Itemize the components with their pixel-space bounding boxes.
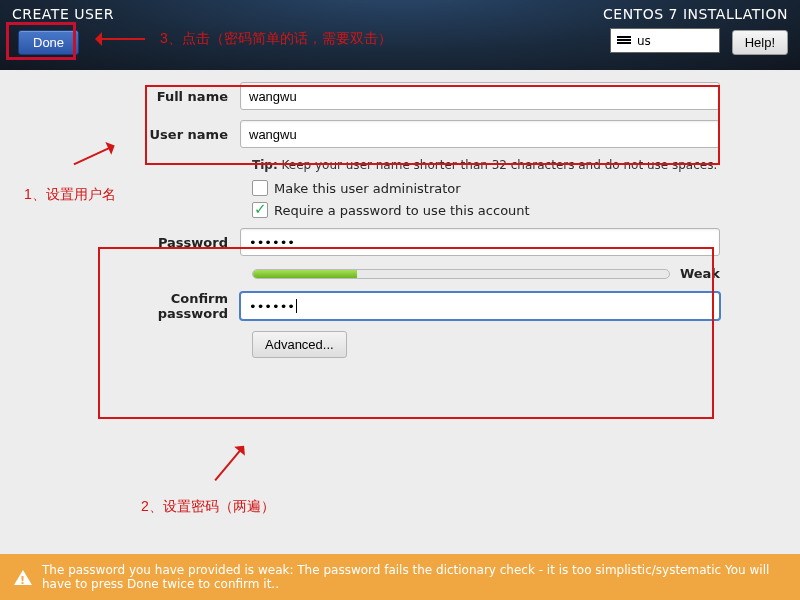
- warning-icon: [14, 561, 32, 585]
- make-admin-checkbox[interactable]: [252, 180, 268, 196]
- require-password-label: Require a password to use this account: [274, 203, 530, 218]
- make-admin-label: Make this user administrator: [274, 181, 461, 196]
- annotation-box-done: [6, 22, 76, 60]
- keyboard-icon: [617, 36, 631, 45]
- require-password-checkbox[interactable]: [252, 202, 268, 218]
- page-title: CREATE USER: [12, 6, 114, 22]
- installer-title: CENTOS 7 INSTALLATION: [603, 6, 788, 22]
- annotation-arrow-3: [100, 38, 145, 40]
- help-button[interactable]: Help!: [732, 30, 788, 55]
- annotation-text-3: 3、点击（密码简单的话，需要双击）: [160, 30, 392, 48]
- annotation-arrow-2: [214, 449, 241, 481]
- keyboard-layout-label: us: [637, 34, 651, 48]
- warning-bar: The password you have provided is weak: …: [0, 554, 800, 600]
- annotation-box-password: [98, 247, 714, 419]
- annotation-text-1: 1、设置用户名: [24, 186, 116, 204]
- annotation-box-username: [145, 85, 720, 165]
- annotation-text-2: 2、设置密码（两遍）: [141, 498, 275, 516]
- warning-text: The password you have provided is weak: …: [42, 563, 786, 591]
- keyboard-layout-selector[interactable]: us: [610, 28, 720, 53]
